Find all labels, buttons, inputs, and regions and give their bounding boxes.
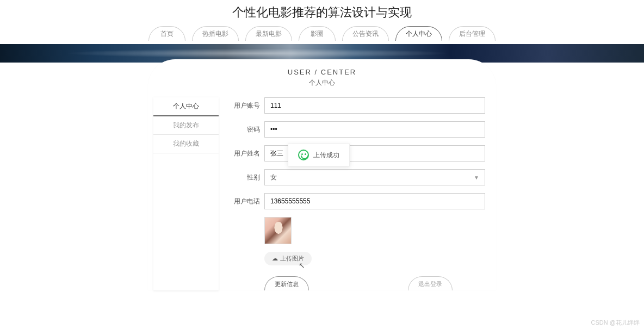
phone-input[interactable] [264, 193, 485, 209]
toast-message: 上传成功 [313, 151, 339, 160]
cursor-icon: ↖ [299, 261, 305, 270]
section-title-en: USER / CENTER [148, 68, 496, 76]
sidebar-item-posts[interactable]: 我的发布 [153, 116, 219, 135]
nav-home[interactable]: 首页 [148, 26, 185, 41]
upload-icon: ☁ [272, 255, 278, 262]
nav-notice[interactable]: 公告资讯 [342, 26, 389, 41]
account-input[interactable] [264, 97, 485, 114]
watermark: CSDN @花儿绊绊 [591, 319, 640, 327]
nav-hot-movies[interactable]: 热播电影 [192, 26, 239, 41]
nav-admin[interactable]: 后台管理 [449, 26, 496, 41]
logout-button[interactable]: 退出登录 [408, 276, 453, 290]
nav-circle[interactable]: 影圈 [299, 26, 336, 41]
user-sidebar: 个人中心 我的发布 我的收藏 [153, 97, 219, 290]
section-title-cn: 个人中心 [148, 78, 496, 88]
upload-success-toast: 上传成功 [288, 144, 350, 166]
main-nav: 首页 热播电影 最新电影 影圈 公告资讯 个人中心 后台管理 [0, 26, 644, 44]
nav-user-center[interactable]: 个人中心 [395, 26, 442, 41]
main-panel: USER / CENTER 个人中心 个人中心 我的发布 我的收藏 用户账号 密… [148, 59, 496, 290]
avatar [264, 217, 292, 244]
gender-select[interactable]: 女 ▼ [264, 169, 485, 185]
account-label: 用户账号 [230, 101, 260, 110]
gender-label: 性别 [230, 173, 260, 182]
sidebar-item-favorites[interactable]: 我的收藏 [153, 135, 219, 153]
phone-label: 用户电话 [230, 197, 260, 206]
profile-form: 用户账号 密码 用户姓名 性别 女 ▼ 用户电话 [230, 97, 491, 290]
page-title: 个性化电影推荐的算法设计与实现 [0, 0, 644, 26]
password-label: 密码 [230, 125, 260, 134]
update-button[interactable]: 更新信息 [264, 276, 309, 290]
upload-image-button[interactable]: ☁ 上传图片 ↖ [264, 252, 312, 265]
name-label: 用户姓名 [230, 149, 260, 158]
password-input[interactable] [264, 121, 485, 138]
chevron-down-icon: ▼ [474, 175, 479, 181]
sidebar-item-profile[interactable]: 个人中心 [153, 97, 219, 116]
gender-value: 女 [270, 173, 277, 182]
nav-new-movies[interactable]: 最新电影 [245, 26, 292, 41]
success-icon [298, 150, 309, 160]
